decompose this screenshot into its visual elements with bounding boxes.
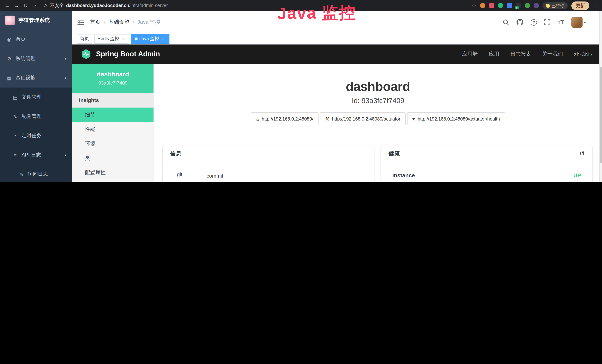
service-url-button[interactable]: ⌂ http://192.168.0.2:48080/ (251, 112, 319, 125)
chrome-menu-icon[interactable]: ⋮ (594, 3, 599, 8)
health-instance-label: Instance (392, 172, 415, 178)
extension-on-badge: on (515, 6, 519, 9)
app-logo-image (5, 16, 15, 25)
info-card: 信息 git commit: time: 1596289704000 id: 2… (163, 145, 374, 182)
tab-home[interactable]: 首页 (77, 34, 92, 43)
list-icon: ≡ (12, 152, 18, 158)
sba-item-scheduled-tasks[interactable]: 计划任务 (72, 180, 153, 182)
chevron-down-icon: ▾ (65, 57, 66, 60)
sidebar-item-label: 基础设施 (16, 75, 36, 81)
sba-navbar: Spring Boot Admin 应用墙 应用 日志报表 关于我们 zh-CN… (72, 44, 602, 64)
breadcrumb-infrastructure[interactable]: 基础设施 (109, 19, 129, 26)
health-url: http://192.168.0.2:48080/actuator/health (418, 116, 500, 121)
instance-id: 93a3fc7f7409 (98, 80, 128, 86)
sidebar-item-access-logs[interactable]: ✎ 访问日志 (0, 165, 72, 182)
tab-close-icon[interactable]: × (121, 36, 126, 41)
sba-nav-wallboard[interactable]: 应用墙 (462, 51, 478, 57)
spring-boot-admin-logo-icon (80, 49, 92, 60)
app-logo-row[interactable]: 芋道管理系统 (0, 11, 72, 30)
extension-icon-4[interactable] (507, 3, 512, 8)
sba-nav-journal[interactable]: 日志报表 (510, 51, 531, 57)
paused-badge[interactable]: 已暂停 (542, 2, 568, 9)
sba-item-details[interactable]: 细节 (72, 107, 153, 122)
url-domain: dashboard.yudao.iocoder.cn (66, 3, 129, 8)
info-row-git: git commit: time: 1596289704000 id: 27aa… (172, 169, 364, 182)
tab-redis-monitor[interactable]: Redis 监控 × (94, 34, 129, 43)
sba-item-classes[interactable]: 类 (72, 151, 153, 165)
info-value: commit: time: 1596289704000 id: 27aa832 … (206, 171, 262, 182)
help-icon[interactable]: ? (531, 19, 537, 25)
health-status-badge: UP (573, 172, 581, 178)
instance-header[interactable]: dashboard 93a3fc7f7409 (72, 64, 153, 93)
tab-close-icon[interactable]: × (161, 36, 166, 41)
gear-icon: ⚙ (6, 56, 12, 61)
sidebar-collapse-icon[interactable] (77, 20, 84, 25)
reload-icon[interactable]: ↻ (22, 3, 29, 9)
health-card-title: 健康 (389, 150, 400, 157)
history-icon[interactable]: ↺ (580, 150, 585, 157)
sidebar-item-file-management[interactable]: ▤ 文件管理 (0, 87, 72, 107)
sidebar-item-home[interactable]: ◉ 首页 (0, 30, 72, 49)
breadcrumb-home[interactable]: 首页 (90, 19, 100, 26)
extension-icon-3[interactable] (498, 3, 503, 8)
actuator-url-button[interactable]: ⚒ http://192.168.0.2:48080/actuator (320, 112, 406, 125)
app-header: 首页 / 基础设施 / Java 监控 ? (72, 11, 602, 33)
wrench-icon: ⚒ (325, 116, 329, 122)
user-avatar[interactable]: ▾ (571, 17, 586, 28)
sidebar-item-label: 文件管理 (22, 94, 42, 100)
actuator-url: http://192.168.0.2:48080/actuator (332, 116, 400, 121)
sidebar-item-scheduled-tasks[interactable]: ◔ 定时任务 (0, 126, 72, 145)
sba-item-environment[interactable]: 环境 (72, 137, 153, 151)
sidebar-item-system-management[interactable]: ⚙ 系统管理 ▾ (0, 49, 72, 68)
breadcrumb: 首页 / 基础设施 / Java 监控 (90, 19, 160, 26)
address-bar[interactable]: ⚠ 不安全 dashboard.yudao.iocoder.cn/infra/a… (44, 2, 168, 9)
sidebar-item-api-logs[interactable]: ≡ API 日志 ▴ (0, 145, 72, 165)
extension-icon-2[interactable] (489, 3, 494, 8)
info-label: git (172, 171, 206, 182)
home-icon: ⌂ (256, 116, 259, 122)
tab-java-monitor[interactable]: Java 监控 × (131, 34, 169, 43)
app-row: 芋道管理系统 ◉ 首页 ⚙ 系统管理 ▾ ▦ 基础设施 ▴ ▤ 文件管理 (0, 11, 602, 182)
tab-label: Java 监控 (140, 36, 159, 42)
sba-nav-links: 应用墙 应用 日志报表 关于我们 zh-CN ▾ (462, 51, 592, 57)
language-selector[interactable]: zh-CN ▾ (574, 51, 592, 57)
cards-area: 信息 git commit: time: 1596289704000 id: 2… (154, 125, 602, 182)
sidebar-item-config-management[interactable]: ✎ 配置管理 (0, 107, 72, 126)
browser-chrome: ← → ↻ ⌂ ⚠ 不安全 dashboard.yudao.iocoder.cn… (0, 0, 602, 11)
sba-section-insights[interactable]: Insights (72, 93, 153, 107)
grid-icon: ▦ (6, 75, 12, 81)
tab-label: Redis 监控 (97, 36, 119, 42)
sba-content: dashboard Id: 93a3fc7f7409 ⌂ http://192.… (154, 64, 602, 182)
home-icon[interactable]: ⌂ (32, 3, 38, 9)
breadcrumb-separator: / (104, 19, 105, 25)
infrastructure-submenu: ▤ 文件管理 ✎ 配置管理 ◔ 定时任务 ≡ API 日志 ▴ ✎ (0, 87, 72, 182)
sba-nav-about[interactable]: 关于我们 (542, 51, 563, 57)
sba-brand[interactable]: Spring Boot Admin (80, 49, 160, 60)
font-size-icon[interactable]: TT (558, 19, 564, 26)
health-url-button[interactable]: ♥ http://192.168.0.2:48080/actuator/heal… (407, 112, 505, 125)
paused-label: 已暂停 (552, 3, 564, 8)
instance-id-line: Id: 93a3fc7f7409 (154, 97, 602, 105)
extension-icon-6[interactable] (525, 3, 530, 8)
instance-links: ⌂ http://192.168.0.2:48080/ ⚒ http://192… (154, 112, 602, 125)
sba-nav-applications[interactable]: 应用 (489, 51, 499, 57)
sidebar-item-label: 系统管理 (16, 55, 36, 62)
bookmark-star-icon[interactable]: ☆ (472, 3, 476, 9)
sba-item-metrics[interactable]: 性能 (72, 122, 153, 137)
tab-label: 首页 (80, 36, 89, 42)
forward-icon[interactable]: → (13, 3, 20, 9)
extension-icon-7[interactable] (533, 3, 538, 8)
sidebar-item-infrastructure[interactable]: ▦ 基础设施 ▴ (0, 68, 72, 87)
search-icon[interactable] (503, 19, 509, 25)
extension-icon-5[interactable]: on (516, 3, 521, 8)
language-label: zh-CN (574, 51, 589, 57)
back-icon[interactable]: ← (4, 3, 10, 9)
app-sidebar: 芋道管理系统 ◉ 首页 ⚙ 系统管理 ▾ ▦ 基础设施 ▴ ▤ 文件管理 (0, 11, 72, 182)
sba-item-config-props[interactable]: 配置属性 (72, 165, 153, 180)
fullscreen-icon[interactable] (545, 19, 550, 25)
github-icon[interactable] (517, 19, 523, 26)
left-column: 信息 git commit: time: 1596289704000 id: 2… (163, 145, 374, 182)
update-button[interactable]: 更新 (571, 1, 589, 10)
extension-icon-1[interactable] (480, 3, 485, 8)
scrollbar-thumb[interactable] (600, 67, 602, 163)
